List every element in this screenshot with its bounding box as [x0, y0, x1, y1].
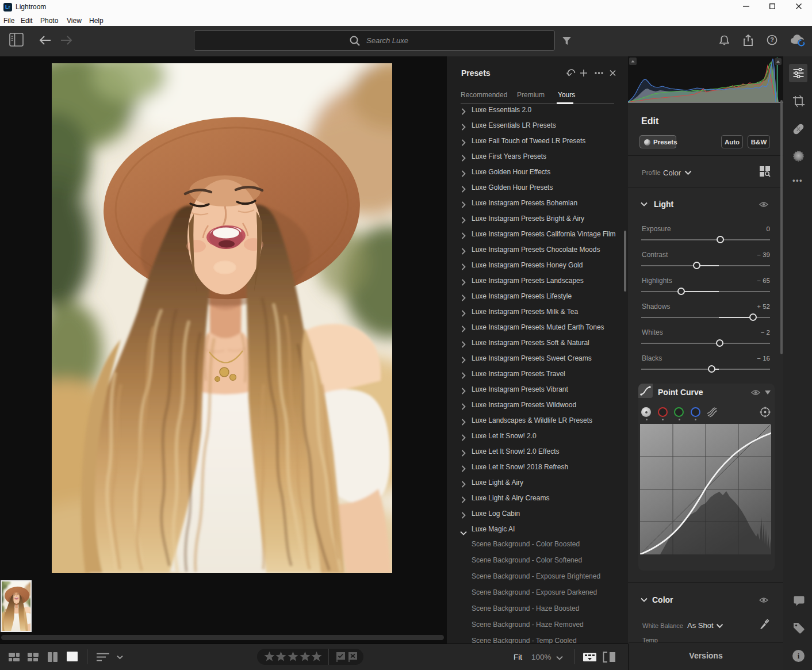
- svg-text:?: ?: [770, 36, 774, 43]
